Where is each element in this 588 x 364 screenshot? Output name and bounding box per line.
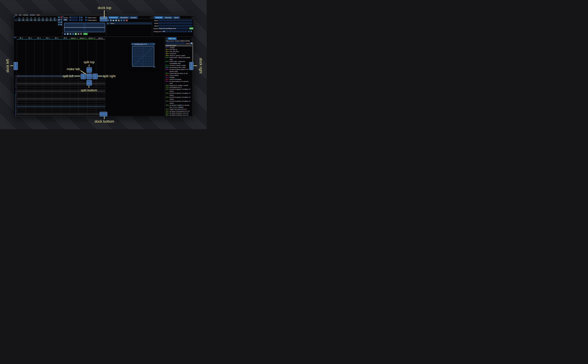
oscilloscope-xy-close-button[interactable]: × bbox=[152, 43, 154, 45]
system-input[interactable]: Sega Genesis/Mega Drive bbox=[158, 27, 189, 29]
order-value-F1[interactable]: 00 bbox=[17, 19, 21, 21]
order-value-F2[interactable]: 00 bbox=[21, 19, 25, 21]
follow-pattern-checkbox[interactable]: ✓ bbox=[85, 19, 87, 21]
metronome-button[interactable] bbox=[77, 33, 79, 35]
tuning-input[interactable]: 440 bbox=[162, 30, 187, 32]
dock-right-target[interactable] bbox=[189, 62, 193, 70]
menu-item-edit[interactable]: edit bbox=[19, 14, 21, 16]
instrument-folder-view-button[interactable] bbox=[118, 19, 120, 21]
tab-wavetables[interactable]: Wavetables bbox=[119, 16, 129, 19]
name-input[interactable] bbox=[158, 20, 192, 21]
split-right-target[interactable] bbox=[92, 74, 98, 79]
octave-decrease-button[interactable]: - bbox=[79, 17, 80, 19]
tab-samples[interactable]: Samples bbox=[130, 16, 138, 19]
instrument-save-button[interactable] bbox=[115, 19, 117, 21]
author-input[interactable] bbox=[158, 22, 192, 24]
split-bottom-target[interactable] bbox=[86, 80, 92, 85]
tuning-decrease-button[interactable]: - bbox=[188, 30, 190, 32]
instrument-list-item-none[interactable]: - None - bbox=[106, 22, 152, 25]
song-info-collapse-button[interactable]: ▼ bbox=[152, 17, 154, 19]
system-auto-button[interactable]: Auto bbox=[189, 27, 193, 29]
song-info-close-button[interactable]: × bbox=[191, 17, 193, 18]
channel-header-square-3[interactable]: Square 3 bbox=[87, 37, 96, 39]
split-left-target[interactable] bbox=[81, 74, 86, 79]
instrument-move-down-button[interactable]: ↓ bbox=[123, 19, 125, 21]
effect-list-scrollbar-thumb[interactable] bbox=[192, 42, 193, 64]
channel-header-square-2[interactable]: Square 2 bbox=[79, 37, 87, 39]
oscilloscope-xy-titlebar[interactable]: ▼ Oscilloscope (X-Y) bbox=[131, 43, 155, 45]
pattern-expand-label[interactable]: ++ bbox=[15, 37, 16, 39]
order-move-down-button[interactable] bbox=[58, 21, 60, 23]
octave-increase-button[interactable]: + bbox=[81, 17, 83, 19]
channel-header-fm-3[interactable]: FM 3 bbox=[34, 37, 43, 39]
order-change-mode-button[interactable] bbox=[60, 24, 62, 26]
dock-top-target[interactable] bbox=[100, 17, 107, 21]
tab-instruments[interactable]: Instruments bbox=[108, 16, 119, 19]
step-one-row-button[interactable]: ↓ bbox=[72, 33, 74, 35]
pattern-effectlist-divider[interactable] bbox=[165, 37, 165, 116]
instrument-duplicate-button[interactable] bbox=[110, 19, 112, 21]
order-add-button[interactable]: + bbox=[58, 16, 60, 18]
album-input[interactable] bbox=[158, 25, 192, 27]
order-value-F5[interactable]: 00 bbox=[33, 19, 37, 21]
order-value-F6[interactable]: 00 bbox=[37, 19, 41, 21]
instrument-add-button[interactable]: + bbox=[107, 19, 109, 21]
order-value-S2[interactable]: 00 bbox=[45, 19, 49, 21]
order-duplicate-to-end-button[interactable] bbox=[60, 21, 62, 23]
channel-header-noise[interactable]: Noise bbox=[96, 37, 105, 39]
step-label[interactable]: Step bbox=[63, 19, 68, 21]
dock-bottom-target[interactable] bbox=[99, 112, 107, 117]
step-increase-button[interactable]: + bbox=[81, 19, 83, 21]
panel-divider-horizontal[interactable] bbox=[14, 37, 193, 37]
instrument-open-button[interactable] bbox=[112, 19, 114, 21]
order-value-S3[interactable]: 00 bbox=[49, 19, 53, 21]
order-duplicate-button[interactable] bbox=[58, 19, 60, 21]
record-button[interactable]: ● bbox=[75, 33, 77, 35]
follow-orders-label[interactable]: Follow orders bbox=[88, 17, 96, 19]
channel-header-fm-4[interactable]: FM 4 bbox=[43, 37, 52, 39]
effect-list-collapse-button[interactable]: ▼ bbox=[166, 38, 167, 40]
menu-item-settings[interactable]: settings bbox=[23, 14, 28, 16]
order-value-F3[interactable]: 00 bbox=[25, 19, 29, 21]
step-input[interactable]: 1 bbox=[69, 19, 78, 21]
instrument-delete-button[interactable]: × bbox=[126, 19, 128, 21]
channel-header-fm-2[interactable]: FM 2 bbox=[26, 37, 34, 39]
play-once-button[interactable] bbox=[69, 33, 72, 35]
menu-item-help[interactable]: help bbox=[37, 14, 40, 16]
follow-orders-checkbox[interactable]: ✓ bbox=[85, 17, 87, 18]
instruments-close-button[interactable]: × bbox=[150, 17, 152, 18]
pattern-cursor-cell[interactable] bbox=[17, 75, 19, 77]
tab-song-info[interactable]: Song Info bbox=[154, 16, 163, 19]
menu-item-file[interactable]: file bbox=[15, 14, 17, 16]
tab-subsongs[interactable]: Subsongs bbox=[164, 16, 173, 19]
tuning-increase-button[interactable]: + bbox=[190, 30, 192, 32]
effect-search-input[interactable] bbox=[166, 42, 185, 44]
step-decrease-button[interactable]: - bbox=[79, 19, 80, 21]
order-value-F4[interactable]: 00 bbox=[29, 19, 33, 21]
resize-grip[interactable] bbox=[153, 66, 155, 68]
order-value-N0[interactable]: 00 bbox=[53, 19, 57, 21]
make-tab-target[interactable] bbox=[86, 74, 92, 79]
tab-effect-list[interactable]: Effect List bbox=[167, 37, 177, 40]
channel-header-fm-6[interactable]: FM 6 bbox=[61, 37, 70, 39]
repeat-pattern-button[interactable]: ↻ bbox=[80, 33, 82, 35]
channel-header-fm-1[interactable]: FM 1 bbox=[17, 37, 26, 39]
split-top-target[interactable] bbox=[86, 67, 92, 73]
tab-speed[interactable]: Speed bbox=[173, 16, 180, 19]
channel-header-fm-5[interactable]: FM 5 bbox=[52, 37, 61, 39]
instrument-move-up-button[interactable]: ↑ bbox=[120, 19, 123, 21]
effect-list-close-button[interactable]: × bbox=[191, 38, 193, 39]
dock-left-target[interactable] bbox=[13, 62, 18, 70]
collapse-triangle-icon[interactable]: ▼ bbox=[132, 44, 133, 45]
play-from-cursor-button[interactable] bbox=[67, 33, 69, 35]
play-button[interactable]: ▶ bbox=[64, 33, 66, 35]
order-move-up-button[interactable] bbox=[60, 19, 62, 21]
octave-input[interactable]: 3 bbox=[69, 17, 78, 19]
follow-pattern-label[interactable]: Follow pattern bbox=[88, 20, 97, 21]
order-deep-clone-button[interactable] bbox=[58, 24, 60, 26]
menu-item-window[interactable]: window bbox=[30, 14, 35, 16]
panel-divider[interactable] bbox=[152, 16, 152, 37]
orders-selected-row[interactable]: 00000000000000000000 bbox=[14, 19, 57, 21]
poly-mono-toggle[interactable]: Poly bbox=[83, 33, 88, 35]
channel-header-square-1[interactable]: Square 1 bbox=[70, 37, 79, 39]
